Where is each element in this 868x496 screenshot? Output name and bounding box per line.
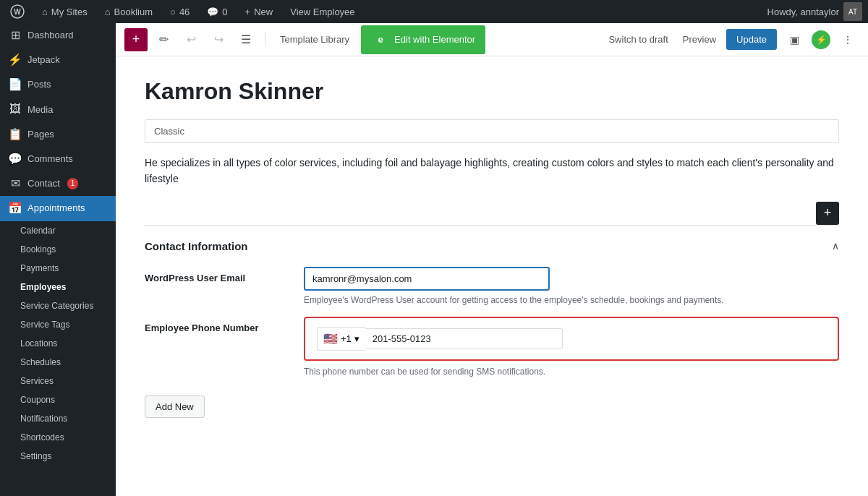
jetpack-label: Jetpack [27,54,60,67]
sidebar-item-payments[interactable]: Payments [0,259,116,278]
locations-label: Locations [20,338,57,349]
notifications-label: Notifications [20,414,67,424]
sidebar-item-employees[interactable]: Employees [0,278,116,296]
sidebar-item-service-tags[interactable]: Service Tags [0,315,116,334]
phone-field-group: 🇺🇸 +1 ▾ This phone number can be used fo… [304,317,839,377]
new-label: New [254,7,273,17]
more-options-button[interactable]: ⋮ [836,28,859,51]
site-name-item[interactable]: ⌂ Booklium [101,0,157,23]
toolbar-divider [265,33,265,47]
collapse-icon[interactable]: ∧ [832,240,839,252]
home-icon: ⌂ [42,7,48,17]
main-layout: ⊞ Dashboard ⚡ Jetpack 📄 Posts 🖼 Media 📋 … [0,23,868,496]
updates-item[interactable]: ○ 46 [166,0,194,23]
comments-count: 0 [222,7,227,17]
sidebar-item-jetpack[interactable]: ⚡ Jetpack [0,48,116,72]
bookings-label: Bookings [20,244,56,255]
contact-badge: 1 [67,178,79,189]
pages-label: Pages [27,128,54,141]
section-divider [145,225,839,226]
flag-emoji: 🇺🇸 [323,332,338,346]
elementor-toolbar: + ✏ ↩ ↪ ☰ Template Library e Edit [116,23,868,56]
theme-input[interactable] [145,119,839,143]
sidebar-item-calendar[interactable]: Calendar [0,221,116,240]
edit-elementor-label: Edit with Elementor [394,34,475,45]
sidebar-item-notifications[interactable]: Notifications [0,409,116,428]
wp-logo-item[interactable]: W [6,0,29,23]
template-library-label: Template Library [280,34,349,45]
add-new-button[interactable]: Add New [145,395,205,418]
user-avatar[interactable]: AT [843,2,862,21]
sidebar-item-shortcodes[interactable]: Shortcodes [0,428,116,447]
undo-button[interactable]: ↩ [179,28,203,51]
pencil-icon: ✏ [159,33,169,46]
employee-name: Kamron Skinner [145,78,839,105]
switch-draft-label: Switch to draft [608,34,668,45]
pencil-button[interactable]: ✏ [152,28,175,51]
content-area: + ✏ ↩ ↪ ☰ Template Library e Edit [116,23,868,496]
elementor-green-badge: ⚡ [812,30,830,49]
layout-button[interactable]: ▣ [783,28,806,51]
sidebar-item-media[interactable]: 🖼 Media [0,98,116,122]
sidebar-item-posts[interactable]: 📄 Posts [0,72,116,97]
sidebar-item-locations[interactable]: Locations [0,334,116,353]
payments-label: Payments [20,263,59,273]
sidebar-item-dashboard[interactable]: ⊞ Dashboard [0,23,116,48]
updates-icon: ○ [170,7,176,17]
media-label: Media [27,103,53,116]
email-label: WordPress User Email [145,267,289,283]
email-input[interactable] [304,267,550,291]
comments-nav-icon: 💬 [9,153,22,166]
admin-bar-right: Howdy, anntaylor AT [767,2,862,21]
redo-button[interactable]: ↪ [207,28,230,51]
coupons-label: Coupons [20,395,55,405]
add-block-float-button[interactable]: + [816,202,839,225]
plus-icon: + [245,7,251,17]
edit-with-elementor-button[interactable]: e Edit with Elementor [361,25,485,54]
sidebar-item-services[interactable]: Services [0,372,116,390]
my-sites-item[interactable]: ⌂ My Sites [38,0,92,23]
employees-label: Employees [20,282,66,292]
hamburger-icon: ☰ [241,33,251,46]
sidebar: ⊞ Dashboard ⚡ Jetpack 📄 Posts 🖼 Media 📋 … [0,23,116,496]
settings-label: Settings [20,451,51,461]
update-button[interactable]: Update [726,29,777,50]
hamburger-button[interactable]: ☰ [234,28,258,51]
comments-item[interactable]: 💬 0 [203,0,231,23]
sidebar-item-pages[interactable]: 📋 Pages [0,122,116,147]
toolbar-right: Switch to draft Preview Update ▣ ⚡ ⋮ [604,28,859,51]
phone-flag-selector[interactable]: 🇺🇸 +1 ▾ [317,327,365,351]
sidebar-item-bookings[interactable]: Bookings [0,240,116,259]
updates-count: 46 [179,7,190,17]
dashboard-label: Dashboard [27,29,74,42]
my-sites-label: My Sites [51,7,88,17]
wp-logo-icon: W [10,4,25,19]
sidebar-item-coupons[interactable]: Coupons [0,390,116,409]
sidebar-item-settings[interactable]: Settings [0,447,116,466]
switch-to-draft-button[interactable]: Switch to draft [604,30,672,49]
view-employee-label: View Employee [290,7,354,17]
sidebar-item-service-categories[interactable]: Service Categories [0,296,116,315]
add-block-button[interactable]: + [124,28,148,51]
sidebar-item-appointments[interactable]: 📅 Appointments [0,196,116,221]
svg-text:W: W [14,8,21,16]
sidebar-item-contact[interactable]: ✉ Contact 1 [0,171,116,196]
country-code: +1 [341,333,352,344]
admin-bar: W ⌂ My Sites ⌂ Booklium ○ 46 💬 0 + New V… [0,0,868,23]
jetpack-icon: ⚡ [9,54,22,67]
new-item[interactable]: + New [241,0,278,23]
sidebar-item-schedules[interactable]: Schedules [0,353,116,372]
more-icon: ⋮ [843,34,853,46]
services-label: Services [20,376,54,386]
layout-icon: ▣ [790,34,799,46]
sidebar-item-comments[interactable]: 💬 Comments [0,147,116,171]
template-library-button[interactable]: Template Library [273,30,357,49]
phone-input-row: 🇺🇸 +1 ▾ [317,327,563,351]
elementor-icon: e [371,30,390,49]
phone-number-input[interactable] [365,328,563,349]
contact-label: Contact [27,177,60,190]
email-field-group: Employee's WordPress User account for ge… [304,267,839,305]
add-float-icon: + [824,205,832,221]
view-employee-item[interactable]: View Employee [286,0,359,23]
preview-button[interactable]: Preview [678,30,720,49]
